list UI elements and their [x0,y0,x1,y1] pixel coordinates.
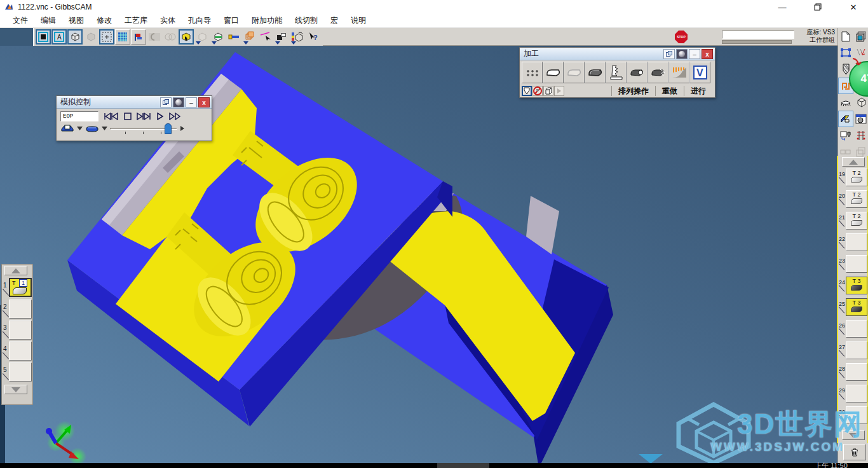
op-tile-20[interactable]: T 2 [846,190,867,208]
menu-window[interactable]: 窗口 [217,13,245,28]
grid-snap-icon[interactable] [115,29,130,45]
post-drill-icon[interactable] [838,127,853,144]
stop-button[interactable]: STOP [675,31,688,43]
menu-edit[interactable]: 编辑 [34,13,62,28]
render-sphere-icon[interactable] [853,111,868,127]
cube-render-icon[interactable] [290,29,305,45]
list-scroll-down-button[interactable] [842,430,865,440]
menu-help[interactable]: 说明 [344,13,372,28]
volumill-icon[interactable]: V [689,62,710,83]
tool-show-icon[interactable] [522,86,532,96]
new-doc-icon[interactable] [838,28,853,45]
surface-flash-icon[interactable] [648,62,668,83]
simulation-palette-titlebar[interactable]: 模拟控制 – x [57,96,212,109]
feed-slider[interactable] [722,31,794,39]
left-scroll-down-button[interactable] [4,385,27,394]
op-tile-23[interactable] [846,255,867,273]
close-icon[interactable]: ✕ [844,1,863,13]
menu-file[interactable]: 文件 [6,13,34,28]
render-ball-icon[interactable] [676,49,688,59]
menu-solids[interactable]: 实体 [154,13,182,28]
drill-points-icon[interactable] [522,62,543,83]
tool-prohibit-icon[interactable] [532,86,543,96]
rewind-icon[interactable] [104,113,119,120]
arrange-ops-button[interactable]: 排列操作 [611,86,655,96]
op-tile-29[interactable] [846,385,867,403]
thread-mill-icon[interactable] [606,62,627,83]
cube-ghost-icon[interactable] [194,29,210,45]
flag-clip-icon[interactable] [131,29,146,45]
stock-box-icon[interactable] [543,86,553,96]
wg-tile-3[interactable] [9,320,32,340]
tile-windows-icon[interactable] [160,97,172,107]
op-tile-21[interactable]: T 2 [846,212,867,230]
stock-display-dropdown-icon[interactable] [102,127,107,130]
contour-light-icon[interactable] [564,62,585,83]
machining-palette[interactable]: 加工 – x V 排列操作 重做 [519,47,715,98]
tool-display-dropdown-icon[interactable] [77,127,83,130]
marker-input[interactable] [60,111,98,121]
wg-tile-4[interactable] [9,341,32,361]
minimize-palette-icon[interactable]: – [186,97,197,107]
stock-display-icon[interactable] [85,125,99,132]
simulation-palette[interactable]: 模拟控制 – x [56,95,212,141]
minimize-icon[interactable]: — [773,1,792,13]
advance-icon[interactable] [180,125,185,132]
coord-hash-icon[interactable] [853,127,868,144]
marquee-add-icon[interactable] [99,29,114,45]
fast-forward-icon[interactable] [169,113,182,120]
trash-button[interactable] [843,444,866,460]
op-tile-26[interactable] [846,320,867,338]
sim-speed-slider[interactable] [110,123,177,134]
play-icon[interactable] [157,113,164,120]
restore-icon[interactable] [808,1,827,13]
cube-pick-icon[interactable] [179,29,194,45]
menu-view[interactable]: 视图 [62,13,90,28]
close-palette-icon[interactable]: x [702,49,713,59]
help-cursor-icon[interactable]: ? [306,29,321,45]
menu-modify[interactable]: 修改 [90,13,118,28]
list-scroll-up-button[interactable] [842,157,865,167]
step-forward-icon[interactable] [137,113,152,120]
wg-tile-2[interactable] [9,299,32,319]
menu-addins[interactable]: 附加功能 [245,13,288,28]
surfacing-hatch-icon[interactable] [668,62,689,83]
op-tile-28[interactable] [846,363,867,381]
eraser-icon[interactable] [838,111,853,127]
menu-process[interactable]: 工艺库 [118,13,154,28]
tool-insert-icon[interactable] [226,29,241,45]
op-tile-24[interactable]: T 3 [846,277,867,294]
tile-windows-icon[interactable] [663,49,675,59]
menu-wireedm[interactable]: 线切割 [288,13,324,28]
frame-select-icon[interactable] [36,29,51,45]
swatch-pair-icon[interactable] [274,29,289,45]
planes-stack-icon[interactable] [242,29,257,45]
close-palette-icon[interactable]: x [198,97,210,107]
render-ball-icon[interactable] [173,97,184,107]
menu-macro[interactable]: 宏 [324,13,344,28]
slider-thumb[interactable] [165,123,172,134]
machining-palette-titlebar[interactable]: 加工 – x [520,48,715,60]
tool-display-icon[interactable] [60,124,74,133]
line-pick-icon[interactable] [258,29,273,45]
do-it-button[interactable]: 进行 [684,86,712,96]
op-tile-22[interactable] [846,233,867,251]
op-tile-30[interactable] [846,406,867,424]
minimize-palette-icon[interactable]: – [689,49,700,59]
label-select-icon[interactable]: A [51,29,67,45]
window-stack-icon[interactable] [853,28,868,45]
contour-icon[interactable] [543,62,564,83]
wg-tile-1[interactable]: T 1 [9,278,32,297]
menu-holewizard[interactable]: 孔向导 [182,13,217,28]
surface-diamond-icon[interactable] [627,62,648,83]
redo-button[interactable]: 重做 [655,86,684,96]
op-tile-25[interactable]: T 3 [846,298,867,316]
stop-playback-icon[interactable] [124,113,132,120]
wg-tile-5[interactable] [9,362,32,382]
op-tile-27[interactable] [846,341,867,359]
op-tile-19[interactable]: T 2 [846,169,867,186]
cube-section-icon[interactable] [210,29,226,45]
brush-icon[interactable] [838,94,853,111]
left-scroll-up-button[interactable] [4,266,27,275]
pocket-icon[interactable] [585,62,606,83]
